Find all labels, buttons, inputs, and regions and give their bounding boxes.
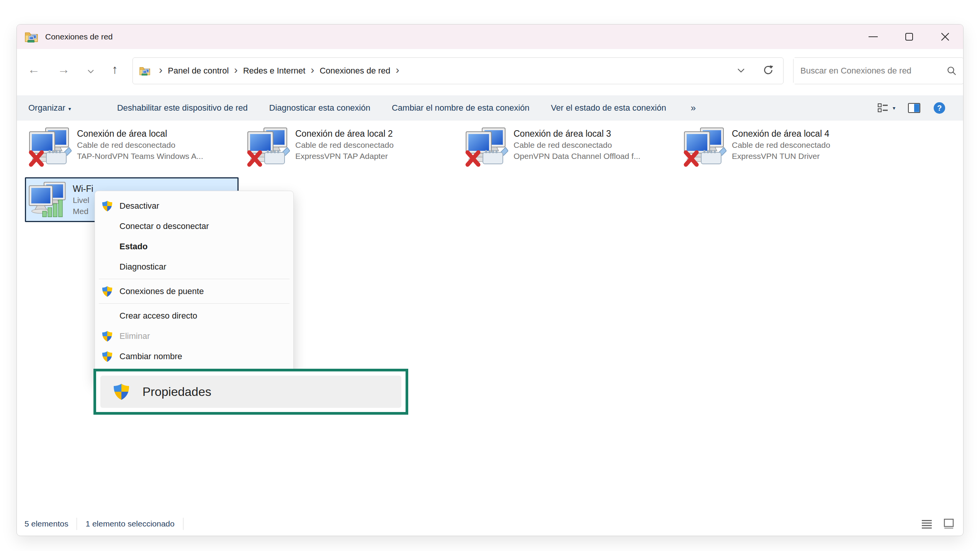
connection-title: Wi-Fi <box>73 183 93 195</box>
breadcrumb-chevron-icon[interactable]: › <box>305 64 319 78</box>
address-dropdown-button[interactable] <box>737 67 745 74</box>
change-view-button[interactable]: ▾ <box>877 103 895 113</box>
menu-item-conexiones-de-puente[interactable]: Conexiones de puente <box>95 281 293 301</box>
network-folder-icon <box>25 30 39 43</box>
preview-pane-button[interactable] <box>908 103 921 113</box>
address-location-icon <box>139 65 151 76</box>
minimize-icon <box>869 36 878 37</box>
list-view-icon <box>877 103 890 113</box>
preview-pane-icon <box>908 103 921 113</box>
titlebar: Conexiones de red <box>17 25 963 49</box>
back-icon: ← <box>28 62 40 76</box>
help-icon: ? <box>933 101 946 114</box>
lan-disconnected-icon <box>29 127 72 167</box>
uac-shield-icon <box>95 200 119 212</box>
svg-text:?: ? <box>937 104 942 112</box>
maximize-button[interactable] <box>891 25 927 49</box>
details-view-button[interactable] <box>921 519 933 529</box>
diagnose-connection-button[interactable]: Diagnosticar esta conexión <box>269 103 370 113</box>
connection-title: Conexión de área local 3 <box>514 128 640 139</box>
connection-item-local-1[interactable]: Conexión de área local Cable de red desc… <box>26 127 239 178</box>
uac-shield-icon <box>95 286 119 297</box>
address-bar[interactable]: › Panel de control › Redes e Internet › … <box>133 57 784 84</box>
command-toolbar: Organizar▾ Deshabilitar este dispositivo… <box>17 95 963 121</box>
uac-shield-icon <box>95 351 119 362</box>
menu-item-desactivar[interactable]: Desactivar <box>95 196 293 216</box>
menu-item-eliminar: Eliminar <box>95 326 293 346</box>
caret-down-icon: ▾ <box>69 106 71 112</box>
lan-disconnected-icon <box>465 127 508 167</box>
search-box <box>793 57 964 84</box>
connection-title: Conexión de área local <box>77 128 203 139</box>
status-bar: 5 elementos 1 elemento seleccionado <box>17 514 963 536</box>
connection-item-local-4[interactable]: Conexión de área local 4 Cable de red de… <box>681 127 893 178</box>
close-icon <box>941 33 949 41</box>
connection-status: Cable de red desconectado <box>514 139 640 150</box>
uac-shield-icon <box>100 383 142 401</box>
window-controls <box>855 25 963 49</box>
details-view-icon <box>921 519 933 529</box>
search-input[interactable] <box>793 58 947 84</box>
help-button[interactable]: ? <box>933 101 946 114</box>
connection-title: Conexión de área local 2 <box>295 128 394 139</box>
window-title: Conexiones de red <box>45 32 113 41</box>
chevron-down-icon <box>737 68 745 73</box>
up-button[interactable]: ↑ <box>112 63 118 75</box>
large-icons-view-button[interactable] <box>943 518 955 529</box>
forward-button[interactable]: → <box>57 63 70 75</box>
close-button[interactable] <box>927 25 963 49</box>
rename-connection-button[interactable]: Cambiar el nombre de esta conexión <box>392 103 530 113</box>
menu-item-cambiar-nombre[interactable]: Cambiar nombre <box>95 346 293 366</box>
menu-item-conectar-o-desconectar[interactable]: Conectar o desconectar <box>95 216 293 236</box>
disable-device-button[interactable]: Deshabilitar este dispositivo de red <box>117 103 248 113</box>
breadcrumb-redes-e-internet[interactable]: Redes e Internet <box>243 66 306 76</box>
uac-shield-icon <box>95 330 119 342</box>
breadcrumb-conexiones-de-red[interactable]: Conexiones de red <box>320 66 391 76</box>
connection-item-local-3[interactable]: Conexión de área local 3 Cable de red de… <box>462 127 675 178</box>
menu-item-estado[interactable]: Estado <box>95 236 293 257</box>
status-divider <box>183 518 183 530</box>
menu-separator <box>95 301 293 306</box>
connection-item-local-2[interactable]: Conexión de área local 2 Cable de red de… <box>244 127 457 178</box>
item-count: 5 elementos <box>25 519 68 528</box>
connection-device: TAP-NordVPN Teams Windows A... <box>77 150 203 162</box>
toolbar-overflow-button[interactable]: » <box>690 103 695 113</box>
network-connections-window: Conexiones de red ← → ↑ › Panel de contr… <box>16 24 964 536</box>
menu-item-diagnosticar[interactable]: Diagnosticar <box>95 257 293 277</box>
connection-status: Cable de red desconectado <box>732 139 830 150</box>
view-connection-status-button[interactable]: Ver el estado de esta conexión <box>551 103 666 113</box>
selected-count: 1 elemento seleccionado <box>85 519 174 528</box>
organize-menu-button[interactable]: Organizar▾ <box>28 103 71 113</box>
breadcrumb-chevron-icon[interactable]: › <box>229 64 243 78</box>
organize-label: Organizar <box>28 103 65 113</box>
up-icon: ↑ <box>112 62 118 76</box>
context-menu: Desactivar Conectar o desconectar Estado… <box>95 191 294 382</box>
caret-down-icon: ▾ <box>893 105 895 111</box>
large-icons-view-icon <box>943 518 955 529</box>
menu-item-propiedades[interactable]: Propiedades <box>100 376 401 408</box>
recent-locations-button[interactable] <box>87 63 94 75</box>
menu-separator <box>95 277 293 281</box>
connection-device: ExpressVPN TAP Adapter <box>295 150 394 162</box>
annotation-highlight-box: Propiedades <box>93 369 408 415</box>
breadcrumb-panel-de-control[interactable]: Panel de control <box>168 66 229 76</box>
connection-status: Livel <box>73 195 93 206</box>
menu-item-crear-acceso-directo[interactable]: Crear acceso directo <box>95 306 293 326</box>
refresh-icon <box>762 64 774 76</box>
forward-icon: → <box>57 62 70 76</box>
refresh-button[interactable] <box>762 64 774 77</box>
connection-status: Cable de red desconectado <box>295 139 394 150</box>
connection-device: Med <box>73 206 93 217</box>
minimize-button[interactable] <box>855 25 891 49</box>
search-icon[interactable] <box>947 66 957 76</box>
wifi-connected-icon <box>28 181 68 218</box>
lan-disconnected-icon <box>684 127 726 167</box>
connection-title: Conexión de área local 4 <box>732 128 830 139</box>
connection-status: Cable de red desconectado <box>77 139 203 150</box>
breadcrumb-chevron-icon[interactable]: › <box>154 64 168 78</box>
status-divider <box>77 518 77 530</box>
maximize-icon <box>905 33 913 41</box>
back-button[interactable]: ← <box>28 63 40 75</box>
connection-device: OpenVPN Data Channel Offload f... <box>514 150 640 162</box>
breadcrumb-chevron-icon[interactable]: › <box>390 64 404 78</box>
